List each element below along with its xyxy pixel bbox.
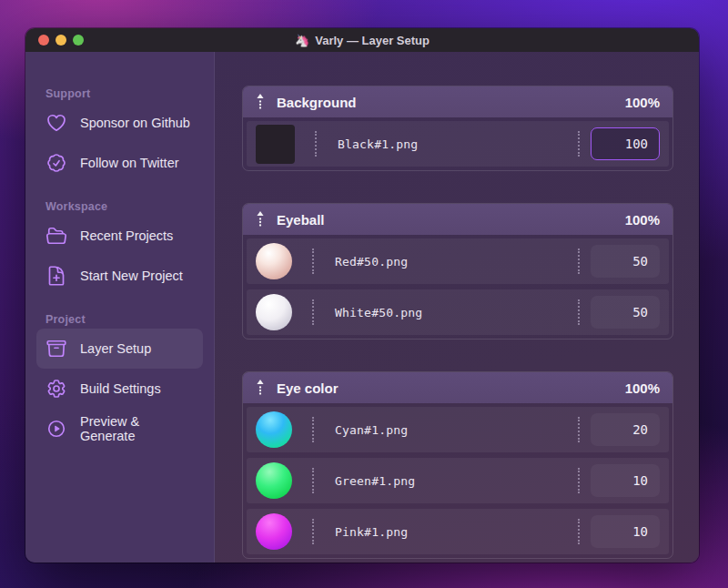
layer-thumbnail — [256, 411, 292, 448]
layer-group-weight: 100% — [625, 380, 660, 396]
layer-value-input[interactable] — [591, 413, 660, 446]
layer-group: Eye color 100% Cyan#1.png Green#1.png Pi… — [242, 371, 673, 559]
sidebar-item-layer-setup[interactable]: Layer Setup — [36, 329, 203, 369]
layer-file-name: Black#1.png — [338, 137, 418, 151]
sidebar-section-label: Project — [36, 310, 203, 329]
sidebar: Support Sponsor on Github Follow on Twit… — [25, 52, 215, 563]
dotted-divider — [315, 131, 317, 157]
layer-thumbnail — [256, 462, 292, 499]
app-window: 🦄 Varly — Layer Setup Support Sponsor on… — [25, 28, 699, 563]
layer-group-title: Background — [277, 95, 357, 110]
unicorn-app-icon: 🦄 — [295, 34, 309, 47]
layer-value-input[interactable] — [591, 515, 660, 548]
layer-rows: Black#1.png — [243, 117, 672, 170]
dotted-divider — [312, 248, 314, 274]
layer-thumbnail — [256, 125, 295, 164]
heart-icon — [46, 112, 67, 134]
dotted-divider — [578, 519, 580, 544]
layer-row: Black#1.png — [247, 121, 669, 167]
layer-group-weight: 100% — [625, 212, 660, 228]
sidebar-section: Support Sponsor on Github Follow on Twit… — [36, 85, 203, 183]
sidebar-item-build-settings[interactable]: Build Settings — [36, 369, 203, 409]
layer-value-input[interactable] — [591, 127, 660, 160]
sidebar-item-label: Layer Setup — [80, 341, 151, 356]
sidebar-section-label: Support — [36, 85, 203, 103]
layer-group-header[interactable]: Eye color 100% — [243, 372, 672, 403]
layer-row: Pink#1.png — [247, 509, 669, 554]
folder-open-icon — [46, 225, 67, 247]
play-circle-icon — [46, 418, 67, 440]
layer-row: Red#50.png — [247, 238, 669, 284]
dotted-divider — [578, 248, 580, 274]
layer-group-title: Eye color — [277, 380, 339, 396]
sidebar-item-recent-projects[interactable]: Recent Projects — [36, 216, 203, 256]
layer-group-weight: 100% — [625, 95, 660, 110]
sidebar-section: Project Layer Setup Build Settings Previ… — [36, 310, 203, 449]
sidebar-item-label: Build Settings — [80, 381, 161, 396]
sidebar-item-preview-generate[interactable]: Preview & Generate — [36, 409, 203, 449]
layer-thumbnail — [256, 294, 292, 330]
dotted-divider — [578, 131, 580, 157]
layer-rows: Cyan#1.png Green#1.png Pink#1.png — [243, 403, 672, 558]
sidebar-item-follow-on-twitter[interactable]: Follow on Twitter — [36, 143, 203, 183]
layer-file-name: Green#1.png — [335, 474, 415, 488]
layer-group-title: Eyeball — [277, 212, 325, 228]
layer-group-header[interactable]: Background 100% — [243, 86, 672, 117]
layer-file-name: Red#50.png — [335, 255, 408, 269]
title-bar: 🦄 Varly — Layer Setup — [25, 28, 699, 52]
sidebar-item-label: Preview & Generate — [80, 414, 194, 443]
layer-rows: Red#50.png White#50.png — [243, 235, 672, 339]
layer-file-name: Cyan#1.png — [335, 423, 408, 437]
layer-thumbnail — [256, 513, 292, 550]
layer-row: Green#1.png — [247, 458, 669, 503]
dotted-divider — [312, 299, 314, 325]
sidebar-item-label: Sponsor on Github — [80, 116, 190, 130]
layer-group: Background 100% Black#1.png — [242, 86, 673, 171]
layer-group: Eyeball 100% Red#50.png White#50.png — [242, 203, 673, 340]
sidebar-item-sponsor-on-github[interactable]: Sponsor on Github — [36, 103, 203, 143]
layer-value-input[interactable] — [591, 245, 660, 278]
sidebar-item-label: Recent Projects — [80, 228, 173, 243]
layer-file-name: Pink#1.png — [335, 525, 408, 539]
drag-handle-icon[interactable] — [256, 209, 265, 229]
close-button[interactable] — [38, 35, 49, 46]
drag-handle-icon[interactable] — [256, 378, 265, 398]
zoom-button[interactable] — [73, 35, 84, 46]
layer-group-header[interactable]: Eyeball 100% — [243, 204, 672, 235]
dotted-divider — [578, 299, 580, 325]
sidebar-item-start-new-project[interactable]: Start New Project — [36, 256, 203, 296]
archive-box-icon — [46, 338, 67, 360]
dotted-divider — [578, 417, 580, 442]
sidebar-item-label: Start New Project — [80, 269, 183, 283]
layer-file-name: White#50.png — [335, 306, 422, 319]
window-title: 🦄 Varly — Layer Setup — [25, 28, 699, 52]
sidebar-item-label: Follow on Twitter — [80, 156, 179, 170]
window-title-text: Varly — Layer Setup — [315, 34, 430, 47]
layer-thumbnail — [256, 243, 292, 279]
gear-icon — [46, 378, 67, 400]
dotted-divider — [578, 468, 580, 493]
layer-row: Cyan#1.png — [247, 407, 669, 452]
badge-check-icon — [46, 152, 67, 174]
layer-value-input[interactable] — [591, 296, 660, 329]
layer-value-input[interactable] — [591, 464, 660, 497]
layer-row: White#50.png — [247, 289, 669, 335]
traffic-lights — [38, 35, 84, 46]
layer-setup-panel: Background 100% Black#1.png Eyeball 100% — [215, 52, 699, 563]
sidebar-section-label: Workspace — [36, 198, 203, 216]
minimize-button[interactable] — [56, 35, 66, 46]
drag-handle-icon[interactable] — [256, 92, 265, 112]
document-plus-icon — [46, 265, 67, 287]
dotted-divider — [312, 468, 314, 493]
dotted-divider — [312, 417, 314, 442]
sidebar-section: Workspace Recent Projects Start New Proj… — [36, 198, 203, 296]
dotted-divider — [312, 519, 314, 544]
